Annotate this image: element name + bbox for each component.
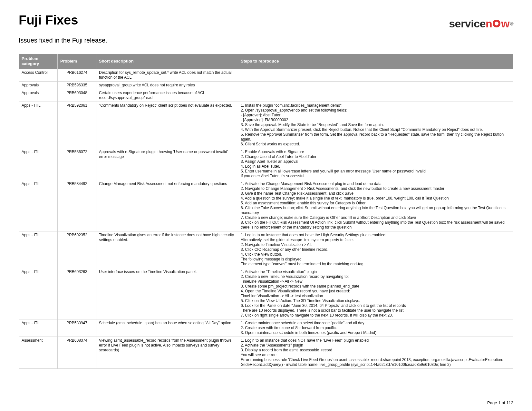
cell-category: Apps - ITIL bbox=[19, 231, 58, 268]
table-row: Access ControlPRB616274Description for s… bbox=[19, 69, 513, 81]
table-header-row: Problem category Problem Short descripti… bbox=[19, 54, 513, 69]
cell-short-description: "Comments Mandatory on Reject" client sc… bbox=[96, 102, 238, 148]
col-problem: Problem bbox=[58, 54, 96, 69]
header-left: Fuji Fixes bbox=[19, 13, 78, 37]
logo-ring-icon bbox=[492, 19, 501, 28]
cell-category: Apps - ITIL bbox=[19, 148, 58, 180]
cell-problem: PRB584492 bbox=[58, 180, 96, 231]
cell-steps: 1. Activate the "Timeline visualization"… bbox=[238, 268, 513, 319]
page-footer: Page 1 of 112 bbox=[487, 400, 513, 405]
cell-short-description: Change Management Risk Assessment not en… bbox=[96, 180, 238, 231]
cell-short-description: Schedule (cmn_schedule_span) has an issu… bbox=[96, 319, 238, 337]
table-row: Apps - ITILPRB602352Timeline Visualizati… bbox=[19, 231, 513, 268]
table-row: Apps - ITILPRB586072Approvals with e-Sig… bbox=[19, 148, 513, 180]
cell-problem: PRB592061 bbox=[58, 102, 96, 148]
page-subtitle: Issues fixed in the Fuji release. bbox=[19, 37, 513, 44]
table-row: Apps - ITILPRB592061"Comments Mandatory … bbox=[19, 102, 513, 148]
cell-category: Apps - ITIL bbox=[19, 180, 58, 231]
cell-steps: 1. Install the plugin "com.snc.facilitie… bbox=[238, 102, 513, 148]
table-row: AssessmentPRB608374Viewing asmt_assessab… bbox=[19, 337, 513, 368]
cell-steps bbox=[238, 81, 513, 89]
table-row: Apps - ITILPRB580947Schedule (cmn_schedu… bbox=[19, 319, 513, 337]
logo-now: nw bbox=[486, 17, 509, 30]
cell-category: Access Control bbox=[19, 69, 58, 81]
cell-steps: 1. Log in to an instance that does not h… bbox=[238, 231, 513, 268]
table-header: Problem category Problem Short descripti… bbox=[19, 54, 513, 69]
cell-steps: 1. Activate the Change Management Risk A… bbox=[238, 180, 513, 231]
cell-category: Apps - ITIL bbox=[19, 319, 58, 337]
page: Fuji Fixes servicenw® Issues fixed in th… bbox=[0, 0, 532, 411]
cell-category: Approvals bbox=[19, 89, 58, 102]
logo-prefix: service bbox=[449, 17, 486, 30]
cell-short-description: Approvals with e-Signature plugin throwi… bbox=[96, 148, 238, 180]
cell-short-description: Viewing asmt_assessable_record records f… bbox=[96, 337, 238, 368]
cell-category: Assessment bbox=[19, 337, 58, 368]
table-body: Access ControlPRB616274Description for s… bbox=[19, 69, 513, 368]
cell-short-description: Description for sys_remote_update_set.* … bbox=[96, 69, 238, 81]
cell-problem: PRB616274 bbox=[58, 69, 96, 81]
cell-problem: PRB596335 bbox=[58, 81, 96, 89]
logo-suffix: w bbox=[501, 17, 509, 30]
cell-category: Apps - ITIL bbox=[19, 102, 58, 148]
header: Fuji Fixes servicenw® bbox=[19, 13, 513, 37]
cell-problem: PRB580947 bbox=[58, 319, 96, 337]
cell-category: Approvals bbox=[19, 81, 58, 89]
fixes-table: Problem category Problem Short descripti… bbox=[19, 54, 513, 369]
cell-short-description: User interface issues on the Timeline Vi… bbox=[96, 268, 238, 319]
cell-short-description: Certain users experience performance iss… bbox=[96, 89, 238, 102]
servicenow-logo: servicenw® bbox=[449, 17, 513, 30]
table-row: Apps - ITILPRB584492Change Management Ri… bbox=[19, 180, 513, 231]
cell-problem: PRB603263 bbox=[58, 268, 96, 319]
page-title: Fuji Fixes bbox=[19, 13, 78, 27]
cell-steps: 1. Create maintenance schedule an select… bbox=[238, 319, 513, 337]
cell-category: Apps - ITIL bbox=[19, 268, 58, 319]
cell-short-description: sysapproval_group.write ACL does not req… bbox=[96, 81, 238, 89]
cell-problem: PRB602352 bbox=[58, 231, 96, 268]
cell-steps: 1. Enable Approvals with e-Signature 2. … bbox=[238, 148, 513, 180]
col-category: Problem category bbox=[19, 54, 58, 69]
logo-reg: ® bbox=[510, 21, 513, 26]
cell-problem: PRB603048 bbox=[58, 89, 96, 102]
col-short-description: Short description bbox=[96, 54, 238, 69]
cell-problem: PRB608374 bbox=[58, 337, 96, 368]
col-steps: Steps to reproduce bbox=[238, 54, 513, 69]
cell-short-description: Timeline Visualization gives an error if… bbox=[96, 231, 238, 268]
table-row: Apps - ITILPRB603263User interface issue… bbox=[19, 268, 513, 319]
cell-steps: 1. Login to an instance that does NOT ha… bbox=[238, 337, 513, 368]
table-row: ApprovalsPRB596335sysapproval_group.writ… bbox=[19, 81, 513, 89]
svg-point-0 bbox=[494, 21, 499, 26]
table-row: ApprovalsPRB603048Certain users experien… bbox=[19, 89, 513, 102]
cell-steps bbox=[238, 89, 513, 102]
cell-steps bbox=[238, 69, 513, 81]
cell-problem: PRB586072 bbox=[58, 148, 96, 180]
